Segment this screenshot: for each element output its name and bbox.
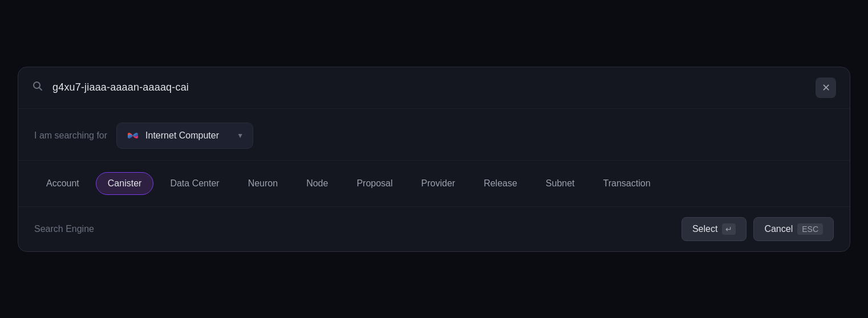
search-input[interactable]: [52, 81, 806, 93]
tab-subnet[interactable]: Subnet: [534, 172, 587, 195]
searching-for-label: I am searching for: [34, 131, 107, 141]
tab-node[interactable]: Node: [294, 172, 340, 195]
network-selector[interactable]: Internet Computer ▼: [116, 123, 253, 149]
tab-transaction[interactable]: Transaction: [591, 172, 663, 195]
esc-label: ESC: [797, 223, 823, 235]
network-name: Internet Computer: [145, 131, 231, 141]
tab-proposal[interactable]: Proposal: [344, 172, 404, 195]
search-icon: [32, 80, 43, 95]
icp-logo-icon: [126, 129, 140, 142]
footer-actions: Select ↵ Cancel ESC: [682, 217, 834, 241]
category-tabs: AccountCanisterData CenterNeuronNodeProp…: [18, 161, 850, 207]
close-icon: ✕: [822, 81, 830, 94]
search-engine-label: Search Engine: [34, 224, 94, 234]
tab-account[interactable]: Account: [34, 172, 91, 195]
enter-key-icon: ↵: [722, 223, 736, 235]
select-button[interactable]: Select ↵: [682, 217, 747, 241]
tab-canister[interactable]: Canister: [96, 172, 154, 195]
chevron-down-icon: ▼: [237, 132, 244, 140]
modal-container: ✕ I am searching for: [18, 67, 850, 252]
footer-section: Search Engine Select ↵ Cancel ESC: [18, 207, 850, 251]
cancel-label: Cancel: [764, 224, 793, 234]
tab-data-center[interactable]: Data Center: [158, 172, 231, 195]
close-button[interactable]: ✕: [816, 78, 836, 98]
search-bar-section: ✕: [18, 67, 850, 109]
tab-release[interactable]: Release: [472, 172, 529, 195]
cancel-button[interactable]: Cancel ESC: [753, 217, 834, 241]
select-label: Select: [692, 224, 717, 234]
tab-neuron[interactable]: Neuron: [236, 172, 290, 195]
filter-section: I am searching for: [18, 109, 850, 161]
tab-provider[interactable]: Provider: [409, 172, 468, 195]
modal-overlay: ✕ I am searching for: [0, 0, 868, 318]
